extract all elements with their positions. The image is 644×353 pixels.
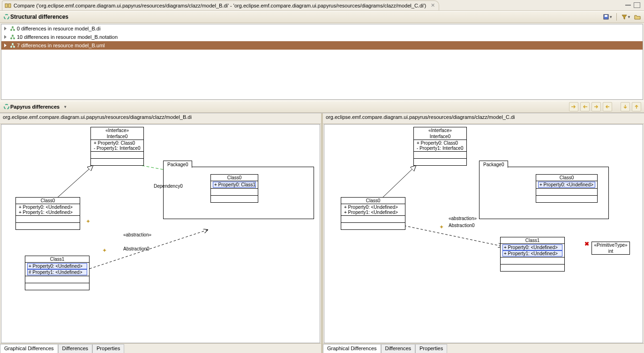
left-bottom-tabs: Graphical Differences Differences Proper… [0,343,321,353]
property-label: # Property1: <Undefined> [27,269,87,275]
uml-interface0[interactable]: «Interface» Interface0 + Property0: Clas… [90,127,144,166]
left-path-label: org.eclipse.emf.compare.diagram.ui.papyr… [0,113,321,124]
svg-point-20 [4,104,9,109]
expand-icon[interactable] [4,35,7,39]
change-marker-icon: ✦ [439,224,444,230]
property-label: + Property0: Class0 [416,140,464,146]
save-dropdown[interactable]: ▼ [602,13,613,21]
abstraction-stereo-label: «abstraction» [449,216,477,221]
copy-right-button[interactable] [592,102,601,111]
compare-icon [4,2,12,9]
swirl-icon [3,103,10,110]
change-marker-icon: ✦ [102,247,107,254]
papyrus-diff-header: Papyrus differences ▼ [0,101,644,113]
right-canvas[interactable]: «Interface» Interface0 + Property0: Clas… [324,124,643,343]
expand-icon[interactable] [4,27,7,30]
property-label: + Property0: Class0 [93,140,142,146]
dropdown-icon[interactable]: ▼ [63,105,67,109]
tree-row-label: 0 differences in resource model_B.di [17,26,100,31]
next-diff-button[interactable] [621,102,630,111]
diff-tree[interactable]: 0 differences in resource model_B.di 10 … [1,24,643,100]
swirl-icon [3,13,10,21]
abstraction-name-label: Abstraction0 [449,223,475,228]
uml-class1[interactable]: Class1 + Property0: <Undefined> + Proper… [500,237,565,272]
property-label: + Property0: <Undefined> [27,263,87,269]
left-connectors [1,125,320,343]
toolbar-separator [616,13,617,21]
folder-open-icon[interactable] [634,13,641,21]
uml-class0[interactable]: Class0 + Property0: <Undefined> + Proper… [15,197,80,230]
tab-graphical-differences[interactable]: Graphical Differences [323,344,381,353]
tree-row[interactable]: 7 differences in resource model_B.uml [1,41,643,50]
minimize-icon[interactable] [625,2,631,6]
uml-class0-in-package[interactable]: Class0 + Property0: <Undefined> [536,174,598,203]
property-label: + Property0: <Undefined> [538,182,595,188]
expand-icon[interactable] [4,44,7,47]
right-path-label: org.eclipse.emf.compare.diagram.ui.papyr… [323,113,644,124]
property-label: + Property1: <Undefined> [343,210,403,215]
papyrus-diff-title: Papyrus differences [10,104,60,110]
svg-rect-4 [605,15,607,17]
close-icon[interactable]: ✕ [431,2,435,8]
uml-interface0[interactable]: «Interface» Interface0 + Property0: Clas… [413,127,467,166]
svg-point-2 [4,15,9,19]
svg-rect-1 [8,4,11,7]
tree-row[interactable]: 10 differences in resource model_B.notat… [1,33,643,41]
change-marker-icon: ✦ [86,218,90,225]
tab-differences[interactable]: Differences [58,344,92,353]
package-name: Package0 [163,161,192,168]
tab-properties[interactable]: Properties [415,344,447,353]
tab-graphical-differences[interactable]: Graphical Differences [0,344,58,353]
property-label: + Property0: <Undefined> [343,205,403,210]
resource-diff-icon [9,34,16,40]
svg-line-24 [381,166,416,199]
classifier-name: int [592,248,629,254]
copy-all-right-button[interactable] [569,102,578,111]
property-label: + Property0: <Undefined> [502,244,562,250]
uml-class0[interactable]: Class0 + Property0: <Undefined> + Proper… [341,197,405,230]
tab-properties[interactable]: Properties [92,344,124,353]
uml-primitivetype-int[interactable]: «PrimitiveType» int [592,242,630,255]
copy-all-left-button[interactable] [580,102,590,111]
prev-diff-button[interactable] [632,102,641,111]
tree-row-label: 7 differences in resource model_B.uml [17,43,105,48]
property-label: + Property1: <Undefined> [18,210,78,215]
classifier-name: Class0 [16,198,80,204]
svg-line-21 [55,166,93,199]
maximize-icon[interactable] [634,2,640,8]
stereotype-label: «Interface» [91,127,143,133]
tree-row[interactable]: 0 differences in resource model_B.di [1,24,643,33]
right-connectors [324,125,643,343]
editor-tab-label: Compare ('org.eclipse.emf.compare.diagra… [14,3,426,8]
property-label: - Property1: Interface0 [416,146,464,151]
structural-diff-title: Structural differences [10,14,68,20]
editor-tab[interactable]: Compare ('org.eclipse.emf.compare.diagra… [2,0,439,10]
copy-left-button[interactable] [603,102,612,111]
property-label: + Property0: <Undefined> [18,205,78,210]
package-name: Package0 [479,161,508,168]
stereotype-label: «PrimitiveType» [592,242,629,248]
svg-rect-0 [5,4,7,7]
property-label: + Property1: <Undefined> [502,250,562,257]
filter-dropdown[interactable]: ▼ [621,13,631,21]
classifier-name: Class0 [211,175,258,181]
stereotype-label: «Interface» [414,127,466,133]
uml-package0[interactable]: Package0 Class0 + Property0: <Undefined> [479,167,609,219]
classifier-name: Class1 [25,256,89,263]
right-bottom-tabs: Graphical Differences Differences Proper… [323,343,644,353]
tab-differences[interactable]: Differences [381,344,415,353]
tree-row-label: 10 differences in resource model_B.notat… [17,34,118,40]
classifier-name: Interface0 [91,133,143,140]
property-label: - Property1: Interface0 [93,146,142,151]
left-canvas[interactable]: «Interface» Interface0 + Property0: Clas… [1,124,320,343]
structural-diff-header: Structural differences ▼ ▼ [0,11,644,23]
right-pane: org.eclipse.emf.compare.diagram.ui.papyr… [321,113,644,353]
classifier-name: Class1 [501,237,564,244]
property-label: + Property0: Class1 [213,182,256,188]
delete-marker-icon: ✖ [584,241,589,247]
svg-line-25 [404,226,502,246]
uml-class0-in-package[interactable]: Class0 + Property0: Class1 [210,174,258,203]
uml-class1[interactable]: Class1 + Property0: <Undefined> # Proper… [25,256,90,290]
uml-package0[interactable]: Package0 Class0 + Property0: Class1 [163,167,314,219]
abstraction-stereo-label: «abstraction» [123,232,151,237]
